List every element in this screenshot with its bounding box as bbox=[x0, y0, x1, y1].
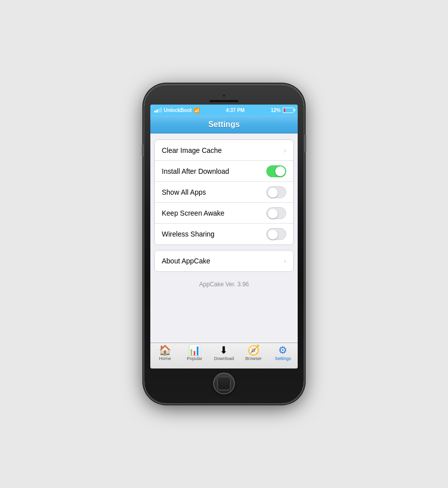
nav-bar: Settings bbox=[150, 116, 298, 133]
battery-fill bbox=[284, 109, 285, 112]
wireless-sharing-right bbox=[266, 228, 286, 240]
install-after-download-right bbox=[266, 165, 286, 177]
tab-home[interactable]: 🏠 Home bbox=[150, 345, 180, 361]
install-after-download-label: Install After Download bbox=[162, 167, 229, 175]
tab-home-label: Home bbox=[159, 356, 171, 361]
wifi-icon: 📶 bbox=[194, 108, 200, 113]
wireless-sharing-row[interactable]: Wireless Sharing bbox=[155, 224, 293, 244]
tab-settings[interactable]: ⚙ Settings bbox=[268, 345, 298, 361]
wireless-sharing-label: Wireless Sharing bbox=[162, 230, 215, 238]
signal-bars-icon bbox=[154, 108, 162, 113]
tab-download-label: Download bbox=[214, 356, 234, 361]
tab-settings-label: Settings bbox=[275, 356, 291, 361]
carrier-label: UnlockBoot bbox=[164, 108, 192, 113]
speaker bbox=[209, 100, 239, 103]
phone-frame: UnlockBoot 📶 4:37 PM 12% Settings Clear … bbox=[144, 85, 304, 403]
settings-content: Clear Image Cache › Install After Downlo… bbox=[150, 133, 298, 343]
about-appcake-right: › bbox=[284, 257, 286, 265]
status-right: 12% bbox=[271, 108, 294, 113]
version-text: AppCake Ver. 3.96 bbox=[150, 277, 298, 290]
popular-icon: 📊 bbox=[188, 345, 201, 355]
toggle-knob bbox=[268, 188, 278, 198]
volume-button bbox=[142, 144, 144, 156]
camera bbox=[222, 94, 226, 98]
keep-screen-awake-label: Keep Screen Awake bbox=[162, 209, 224, 217]
clear-image-cache-row[interactable]: Clear Image Cache › bbox=[155, 140, 293, 161]
chevron-icon: › bbox=[284, 257, 286, 265]
show-all-apps-row[interactable]: Show All Apps bbox=[155, 182, 293, 203]
tab-browser-label: Browser bbox=[245, 356, 262, 361]
about-appcake-row[interactable]: About AppCake › bbox=[155, 250, 293, 271]
keep-screen-awake-toggle[interactable] bbox=[266, 207, 286, 219]
wireless-sharing-toggle[interactable] bbox=[266, 228, 286, 240]
chevron-icon: › bbox=[284, 146, 286, 154]
home-button[interactable] bbox=[213, 372, 235, 394]
home-icon: 🏠 bbox=[159, 345, 171, 355]
battery-icon bbox=[283, 108, 294, 113]
install-after-download-toggle[interactable] bbox=[266, 165, 286, 177]
install-after-download-row[interactable]: Install After Download bbox=[155, 161, 293, 182]
toggle-knob bbox=[268, 209, 278, 219]
phone-bottom bbox=[150, 368, 298, 397]
show-all-apps-label: Show All Apps bbox=[162, 188, 206, 196]
keep-screen-awake-row[interactable]: Keep Screen Awake bbox=[155, 203, 293, 224]
download-icon: ⬇ bbox=[220, 345, 228, 355]
settings-group-1: Clear Image Cache › Install After Downlo… bbox=[154, 139, 294, 245]
home-button-inner bbox=[217, 376, 231, 390]
status-bar: UnlockBoot 📶 4:37 PM 12% bbox=[150, 105, 298, 116]
about-appcake-label: About AppCake bbox=[162, 257, 210, 265]
tab-popular-label: Popular bbox=[187, 356, 202, 361]
settings-group-2: About AppCake › bbox=[154, 250, 294, 272]
toggle-knob bbox=[268, 230, 278, 240]
time-label: 4:37 PM bbox=[226, 108, 245, 113]
tab-bar: 🏠 Home 📊 Popular ⬇ Download 🧭 Browser ⚙ … bbox=[150, 343, 298, 368]
battery-percent-label: 12% bbox=[271, 108, 281, 113]
settings-icon: ⚙ bbox=[278, 345, 287, 355]
status-left: UnlockBoot 📶 bbox=[154, 108, 200, 113]
tab-popular[interactable]: 📊 Popular bbox=[180, 345, 209, 361]
show-all-apps-toggle[interactable] bbox=[266, 186, 286, 198]
tab-download[interactable]: ⬇ Download bbox=[209, 345, 238, 361]
show-all-apps-right bbox=[266, 186, 286, 198]
nav-title: Settings bbox=[208, 120, 239, 129]
power-button bbox=[304, 134, 306, 152]
phone-screen: UnlockBoot 📶 4:37 PM 12% Settings Clear … bbox=[150, 105, 298, 368]
tab-browser[interactable]: 🧭 Browser bbox=[239, 345, 268, 361]
browser-icon: 🧭 bbox=[247, 345, 260, 355]
keep-screen-awake-right bbox=[266, 207, 286, 219]
toggle-knob bbox=[275, 166, 285, 176]
clear-image-cache-right: › bbox=[284, 146, 286, 154]
clear-image-cache-label: Clear Image Cache bbox=[162, 146, 222, 154]
phone-top bbox=[150, 91, 298, 105]
